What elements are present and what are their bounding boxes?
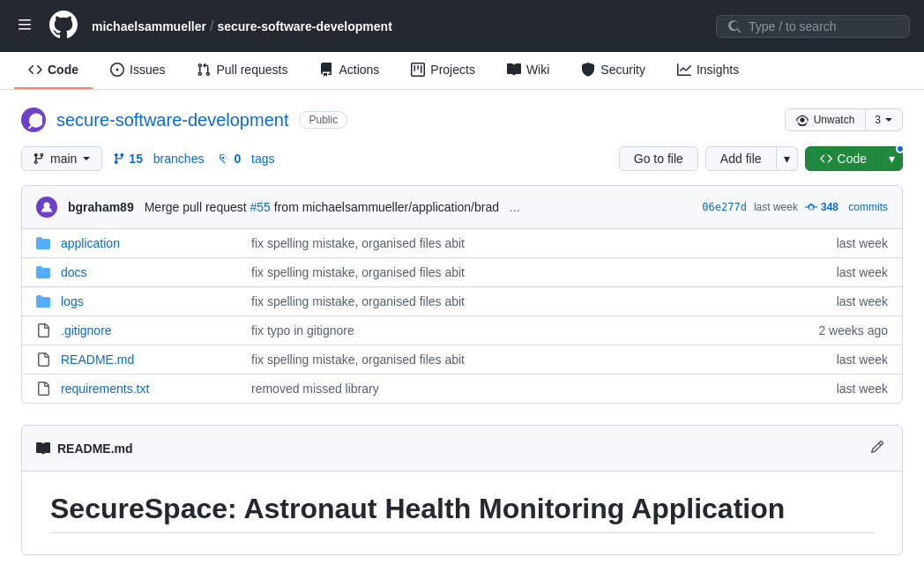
file-time: last week xyxy=(782,353,888,367)
main-content: secure-software-development Public Unwat… xyxy=(0,90,924,573)
commits-count-link[interactable]: 348 commits xyxy=(805,201,888,213)
code-button[interactable]: Code xyxy=(805,146,882,171)
nav-item-security[interactable]: Security xyxy=(567,52,659,89)
file-commit-msg: removed missed library xyxy=(237,382,782,396)
readme-section: README.md SecureSpace: Astronaut Health … xyxy=(21,425,903,555)
file-time: last week xyxy=(782,382,888,396)
file-icon xyxy=(36,353,61,367)
goto-file-button[interactable]: Go to file xyxy=(619,146,698,171)
commit-row: bgraham89 Merge pull request #55 from mi… xyxy=(22,186,902,229)
visibility-badge: Public xyxy=(299,111,347,129)
code-notification-dot xyxy=(896,145,905,153)
file-table: bgraham89 Merge pull request #55 from mi… xyxy=(21,185,903,404)
code-group: Code ▾ xyxy=(805,146,903,171)
search-placeholder: Type / to search xyxy=(749,19,837,33)
table-row: .gitignore fix typo in gitignore 2 weeks… xyxy=(22,316,902,345)
tags-link[interactable]: 0 tags xyxy=(218,152,274,166)
file-time: last week xyxy=(782,294,888,308)
file-commit-msg: fix spelling mistake, organised files ab… xyxy=(237,236,782,250)
nav-item-projects[interactable]: Projects xyxy=(397,52,489,89)
breadcrumb: michaelsammueller / secure-software-deve… xyxy=(92,19,392,34)
branches-link[interactable]: 15 branches xyxy=(113,152,204,166)
unwatch-group: Unwatch 3 xyxy=(785,108,903,131)
commit-time: last week xyxy=(754,201,798,213)
branch-selector[interactable]: main xyxy=(21,146,102,171)
committer-name[interactable]: bgraham89 xyxy=(68,200,134,214)
commit-ellipsis[interactable]: ... xyxy=(510,200,520,214)
branch-meta: 15 branches 0 tags xyxy=(113,152,274,166)
breadcrumb-separator: / xyxy=(210,19,213,34)
add-file-button[interactable]: Add file xyxy=(705,146,777,171)
code-caret-button[interactable]: ▾ xyxy=(882,146,903,171)
commit-message: Merge pull request #55 from michaelsammu… xyxy=(145,200,499,214)
file-time: 2 weeks ago xyxy=(782,323,888,338)
table-row: application fix spelling mistake, organi… xyxy=(22,229,902,258)
table-row: logs fix spelling mistake, organised fil… xyxy=(22,287,902,316)
table-row: README.md fix spelling mistake, organise… xyxy=(22,345,902,375)
unwatch-count-button[interactable]: 3 xyxy=(866,108,903,131)
file-name-link[interactable]: docs xyxy=(61,265,237,279)
repo-name: secure-software-development xyxy=(217,19,391,33)
add-file-group: Add file ▾ xyxy=(705,146,798,171)
committer-avatar xyxy=(36,197,57,218)
site-header: michaelsammueller / secure-software-deve… xyxy=(0,0,924,52)
nav-item-wiki[interactable]: Wiki xyxy=(493,52,563,89)
file-commit-msg: fix spelling mistake, organised files ab… xyxy=(237,294,782,308)
owner-link[interactable]: michaelsammueller xyxy=(92,19,206,33)
readme-heading: SecureSpace: Astronaut Health Monitoring… xyxy=(50,493,874,533)
file-commit-msg: fix typo in gitignore xyxy=(237,323,782,338)
file-icon xyxy=(36,382,61,396)
file-icon xyxy=(36,323,61,338)
folder-icon xyxy=(36,236,61,250)
file-commit-msg: fix spelling mistake, organised files ab… xyxy=(237,353,782,367)
table-row: requirements.txt removed missed library … xyxy=(22,375,902,403)
commit-meta: 06e277d last week 348 commits xyxy=(702,201,888,213)
readme-body: SecureSpace: Astronaut Health Monitoring… xyxy=(22,471,902,554)
file-time: last week xyxy=(782,265,888,279)
folder-icon xyxy=(36,294,61,308)
repo-avatar xyxy=(21,108,46,132)
commit-hash-link[interactable]: 06e277d xyxy=(702,201,747,213)
nav-item-insights[interactable]: Insights xyxy=(663,52,753,89)
repo-title-actions: Unwatch 3 xyxy=(785,108,903,131)
search-box[interactable]: Type / to search xyxy=(716,15,910,38)
nav-item-pull-requests[interactable]: Pull requests xyxy=(183,52,302,89)
unwatch-button[interactable]: Unwatch xyxy=(785,108,867,131)
readme-title: README.md xyxy=(36,442,133,456)
file-name-link[interactable]: .gitignore xyxy=(61,323,237,338)
readme-header: README.md xyxy=(22,426,902,471)
file-time: last week xyxy=(782,236,888,250)
readme-edit-button[interactable] xyxy=(867,436,888,460)
file-name-link[interactable]: requirements.txt xyxy=(61,382,237,396)
branch-actions: Go to file Add file ▾ Code ▾ xyxy=(619,146,903,171)
folder-icon xyxy=(36,265,61,279)
repo-title-link[interactable]: secure-software-development xyxy=(56,110,288,130)
menu-button[interactable] xyxy=(14,14,35,38)
nav-item-code[interactable]: Code xyxy=(14,52,93,89)
file-name-link[interactable]: README.md xyxy=(61,353,237,367)
repo-title-row: secure-software-development Public Unwat… xyxy=(21,108,903,132)
github-logo xyxy=(49,11,78,41)
file-commit-msg: fix spelling mistake, organised files ab… xyxy=(237,265,782,279)
nav-item-actions[interactable]: Actions xyxy=(305,52,393,89)
pr-link[interactable]: #55 xyxy=(250,200,271,214)
table-row: docs fix spelling mistake, organised fil… xyxy=(22,258,902,287)
add-file-caret-button[interactable]: ▾ xyxy=(777,146,798,171)
nav-item-issues[interactable]: Issues xyxy=(96,52,179,89)
repo-nav: Code Issues Pull requests Actions Projec… xyxy=(0,52,924,90)
branch-row: main 15 branches 0 tags Go to file Add f… xyxy=(21,146,903,171)
file-name-link[interactable]: logs xyxy=(61,294,237,308)
file-name-link[interactable]: application xyxy=(61,236,237,250)
